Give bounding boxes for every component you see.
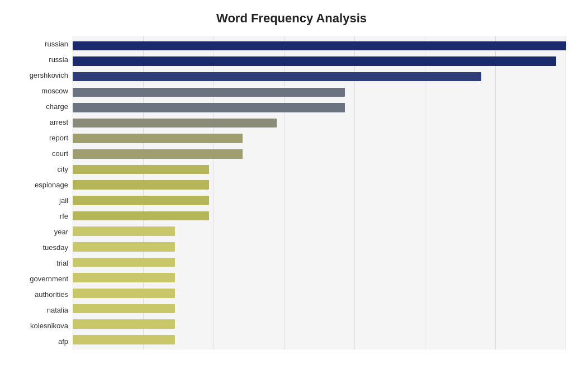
chart-title: Word Frequency Analysis — [17, 11, 566, 26]
y-label: afp — [58, 338, 68, 345]
bar-row — [73, 147, 566, 162]
bar-row — [73, 177, 566, 193]
bar — [73, 180, 209, 190]
bar-row — [73, 254, 566, 270]
chart-area: russianrussiagershkovichmoscowchargearre… — [17, 36, 566, 350]
y-label: charge — [46, 103, 68, 110]
bar-row — [73, 270, 566, 286]
bar-row — [73, 193, 566, 209]
bar-row — [73, 131, 566, 147]
y-label: authorities — [35, 291, 68, 298]
y-label: arrest — [50, 119, 68, 126]
y-label: report — [49, 134, 68, 141]
bar — [73, 41, 566, 51]
bar-row — [73, 239, 566, 255]
y-label: jail — [59, 197, 68, 204]
y-label: moscow — [41, 87, 68, 95]
bar — [73, 56, 556, 66]
bar — [73, 119, 277, 128]
bar-row — [73, 69, 566, 84]
bar-row — [73, 100, 566, 116]
y-axis-labels: russianrussiagershkovichmoscowchargearre… — [17, 36, 73, 350]
bar-row — [73, 208, 566, 224]
bars-wrapper — [73, 36, 566, 350]
bar-row — [73, 224, 566, 239]
bar — [73, 149, 243, 159]
y-label: year — [54, 228, 68, 235]
y-label: court — [52, 150, 68, 157]
bar-row — [73, 38, 566, 54]
bar — [73, 289, 175, 298]
bar-row — [73, 54, 566, 69]
bar — [73, 72, 481, 82]
bar-row — [73, 332, 566, 347]
bar — [73, 196, 209, 205]
bar — [73, 242, 175, 252]
y-label: rfe — [60, 212, 68, 220]
bar-row — [73, 317, 566, 332]
y-label: city — [58, 166, 69, 173]
chart-container: Word Frequency Analysis russianrussiager… — [0, 0, 583, 392]
y-label: gershkovich — [30, 72, 68, 79]
bar — [73, 134, 243, 143]
y-label: kolesnikova — [30, 322, 68, 329]
bar — [73, 103, 345, 112]
y-label: espionage — [35, 181, 68, 188]
bar-row — [73, 286, 566, 301]
bar-row — [73, 115, 566, 131]
y-label: tuesday — [42, 244, 68, 251]
y-label: russian — [45, 40, 68, 48]
bar — [73, 165, 209, 174]
bars-area — [73, 36, 566, 350]
y-label: government — [30, 275, 68, 282]
y-label: trial — [56, 259, 68, 267]
bar — [73, 226, 175, 236]
bar-row — [73, 84, 566, 100]
bar — [73, 335, 175, 344]
bar — [73, 273, 175, 282]
y-label: natalia — [47, 306, 68, 314]
bar — [73, 319, 175, 329]
bar — [73, 304, 175, 314]
y-label: russia — [49, 56, 68, 63]
bar-row — [73, 301, 566, 317]
bar-row — [73, 162, 566, 177]
bar — [73, 211, 209, 221]
bar — [73, 258, 175, 267]
bar — [73, 88, 345, 97]
